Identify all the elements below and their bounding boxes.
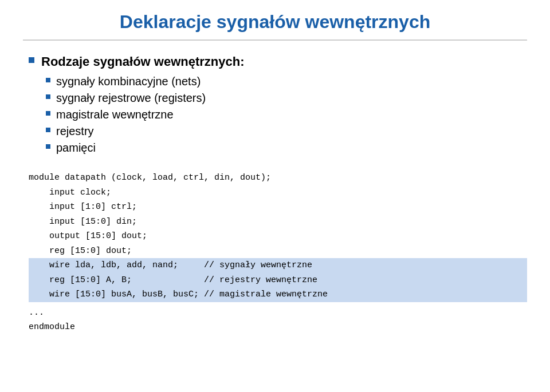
list-item: pamięci (46, 141, 527, 155)
list-item: sygnały rejestrowe (registers) (46, 92, 527, 105)
code-line-3: input [1:0] ctrl; (29, 200, 527, 215)
list-item: magistrale wewnętrzne (46, 108, 527, 121)
sub-bullet-icon (46, 111, 50, 116)
main-bullet-item: Rodzaje sygnałów wewnętrznych: (29, 54, 527, 69)
code-block: module datapath (clock, load, ctrl, din,… (29, 171, 527, 335)
list-item: rejestry (46, 125, 527, 138)
sub-bullet-icon (46, 78, 50, 82)
page-title: Deklaracje sygnałów wewnętrznych (23, 11, 527, 41)
code-line-1: module datapath (clock, load, ctrl, din,… (29, 171, 527, 185)
code-line-4: input [15:0] din; (29, 215, 527, 229)
sub-bullet-icon (46, 94, 50, 99)
code-highlighted-line-2: reg [15:0] A, B; // rejestry wewnętrzne (29, 273, 527, 288)
code-highlighted-line-1: wire lda, ldb, add, nand; // sygnały wew… (29, 258, 527, 273)
main-bullet-icon (29, 57, 34, 63)
sub-bullet-icon (46, 144, 50, 149)
code-line-6: reg [15:0] dout; (29, 244, 527, 259)
code-end-line: endmodule (29, 320, 527, 335)
main-bullet-label: Rodzaje sygnałów wewnętrznych: (41, 54, 245, 69)
code-line-5: output [15:0] dout; (29, 229, 527, 244)
code-highlighted-line-3: wire [15:0] busA, busB, busC; // magistr… (29, 287, 527, 302)
sub-list: sygnały kombinacyjne (nets) sygnały reje… (46, 75, 527, 155)
content-area: Rodzaje sygnałów wewnętrznych: sygnały k… (23, 54, 527, 335)
sub-item-label: sygnały rejestrowe (registers) (56, 92, 206, 105)
sub-bullet-icon (46, 128, 50, 132)
sub-item-label: rejestry (56, 125, 94, 138)
list-item: sygnały kombinacyjne (nets) (46, 75, 527, 88)
sub-item-label: pamięci (56, 141, 96, 155)
sub-item-label: magistrale wewnętrzne (56, 108, 174, 121)
code-ellipsis: ... (29, 306, 527, 320)
sub-item-label: sygnały kombinacyjne (nets) (56, 75, 201, 88)
code-line-2: input clock; (29, 185, 527, 200)
